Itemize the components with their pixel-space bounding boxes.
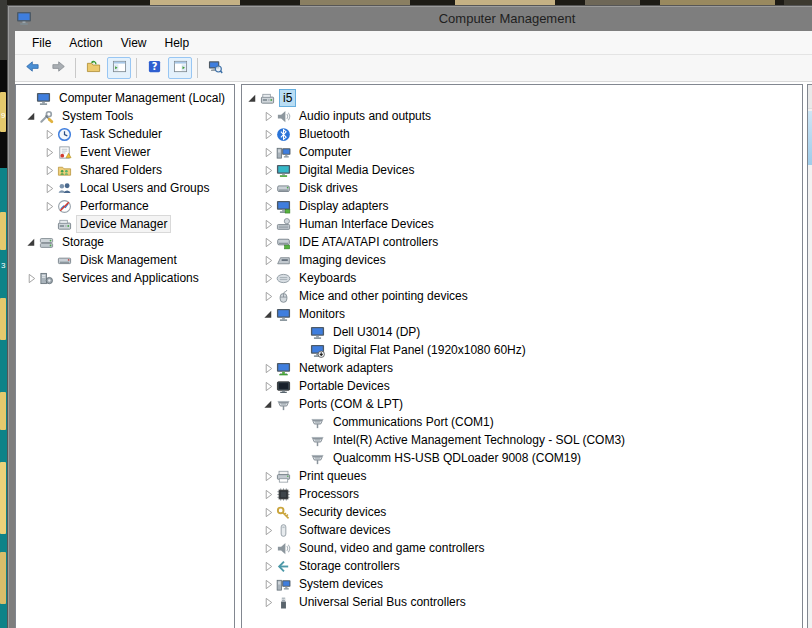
computer-icon [276, 577, 291, 592]
expand-arrow-icon[interactable] [260, 579, 276, 590]
serial-port-icon [310, 433, 325, 448]
expand-arrow-icon[interactable] [260, 147, 276, 158]
forward-button[interactable] [46, 57, 70, 79]
expand-arrow-icon[interactable] [41, 147, 57, 158]
expand-arrow-icon[interactable] [41, 165, 57, 176]
device-tree-item-keyboards[interactable]: Keyboards [242, 269, 802, 287]
device-tree-item-sound-video-and-game-controllers[interactable]: Sound, video and game controllers [242, 539, 802, 557]
expand-arrow-icon[interactable] [41, 129, 57, 140]
device-tree-item-communications-port-com1[interactable]: Communications Port (COM1) [242, 413, 802, 431]
console-tree-item-performance[interactable]: Performance [16, 197, 234, 215]
tree-item-label: Disk Management [76, 251, 181, 269]
expand-arrow-icon[interactable] [260, 165, 276, 176]
scan-hardware-button[interactable] [203, 57, 227, 79]
menu-file[interactable]: File [23, 33, 60, 53]
mouse-icon [276, 289, 291, 304]
expand-arrow-icon[interactable] [260, 363, 276, 374]
console-tree-item-shared-folders[interactable]: Shared Folders [16, 161, 234, 179]
console-tree-item-computer-management-local[interactable]: Computer Management (Local) [16, 89, 234, 107]
expand-arrow-icon[interactable] [260, 237, 276, 248]
menu-action[interactable]: Action [60, 33, 111, 53]
expand-arrow-icon[interactable] [260, 489, 276, 500]
device-tree-item-display-adapters[interactable]: Display adapters [242, 197, 802, 215]
tree-item-label: Digital Media Devices [295, 161, 418, 179]
expand-arrow-icon[interactable] [41, 201, 57, 212]
local-users-icon [57, 181, 72, 196]
device-tree-item-intel-r-active-management-technology-sol-com3[interactable]: Intel(R) Active Management Technology - … [242, 431, 802, 449]
serial-port-icon [310, 415, 325, 430]
title-bar[interactable]: Computer Management [8, 6, 812, 31]
expand-arrow-icon[interactable] [260, 183, 276, 194]
disk-management-icon [57, 253, 72, 268]
show-action-pane-toggle[interactable] [168, 57, 192, 79]
help-button[interactable]: ? [142, 57, 166, 79]
expand-arrow-icon[interactable] [260, 219, 276, 230]
device-tree-item-portable-devices[interactable]: Portable Devices [242, 377, 802, 395]
collapse-arrow-icon[interactable] [23, 237, 39, 248]
console-tree-item-system-tools[interactable]: System Tools [16, 107, 234, 125]
expand-arrow-icon[interactable] [260, 381, 276, 392]
expand-arrow-icon[interactable] [260, 201, 276, 212]
device-tree-item-ports-com-lpt[interactable]: Ports (COM & LPT) [242, 395, 802, 413]
console-tree-item-services-and-applications[interactable]: Services and Applications [16, 269, 234, 287]
device-tree-item-bluetooth[interactable]: Bluetooth [242, 125, 802, 143]
device-tree-item-imaging-devices[interactable]: Imaging devices [242, 251, 802, 269]
device-tree-item-processors[interactable]: Processors [242, 485, 802, 503]
device-tree-item-network-adapters[interactable]: Network adapters [242, 359, 802, 377]
up-one-level-button[interactable] [81, 57, 105, 79]
expand-arrow-icon[interactable] [23, 273, 39, 284]
expand-arrow-icon[interactable] [260, 291, 276, 302]
tree-item-label: Local Users and Groups [76, 179, 213, 197]
device-tree-item-computer[interactable]: Computer [242, 143, 802, 161]
console-tree-item-disk-management[interactable]: Disk Management [16, 251, 234, 269]
menu-view[interactable]: View [112, 33, 156, 53]
expand-arrow-icon[interactable] [260, 561, 276, 572]
console-tree-item-event-viewer[interactable]: Event Viewer [16, 143, 234, 161]
collapse-arrow-icon[interactable] [260, 309, 276, 320]
device-tree-item-software-devices[interactable]: Software devices [242, 521, 802, 539]
serial-port-icon [276, 397, 291, 412]
console-tree-item-task-scheduler[interactable]: Task Scheduler [16, 125, 234, 143]
device-tree-item-ide-ata-atapi-controllers[interactable]: IDE ATA/ATAPI controllers [242, 233, 802, 251]
expand-arrow-icon[interactable] [260, 273, 276, 284]
expand-arrow-icon[interactable] [260, 507, 276, 518]
tree-item-label: Keyboards [295, 269, 360, 287]
device-tree-item-disk-drives[interactable]: Disk drives [242, 179, 802, 197]
tree-item-label: Monitors [295, 305, 349, 323]
device-tree-item-digital-media-devices[interactable]: Digital Media Devices [242, 161, 802, 179]
device-tree-item-system-devices[interactable]: System devices [242, 575, 802, 593]
device-tree-item-storage-controllers[interactable]: Storage controllers [242, 557, 802, 575]
expand-arrow-icon[interactable] [260, 111, 276, 122]
expand-arrow-icon[interactable] [260, 255, 276, 266]
expand-arrow-icon[interactable] [41, 183, 57, 194]
expand-arrow-icon[interactable] [260, 129, 276, 140]
tree-item-label: Software devices [295, 521, 394, 539]
device-tree-item-universal-serial-bus-controllers[interactable]: Universal Serial Bus controllers [242, 593, 802, 611]
expand-arrow-icon[interactable] [260, 543, 276, 554]
device-tree-item-audio-inputs-and-outputs[interactable]: Audio inputs and outputs [242, 107, 802, 125]
collapse-arrow-icon[interactable] [244, 93, 260, 104]
console-tree-item-device-manager[interactable]: Device Manager [16, 215, 234, 233]
expand-arrow-icon[interactable] [260, 525, 276, 536]
console-tree-item-local-users-and-groups[interactable]: Local Users and Groups [16, 179, 234, 197]
toolbar-separator [197, 58, 198, 78]
show-console-tree-toggle[interactable] [107, 57, 131, 79]
processor-icon [276, 487, 291, 502]
expand-arrow-icon[interactable] [260, 597, 276, 608]
device-tree-item-human-interface-devices[interactable]: Human Interface Devices [242, 215, 802, 233]
menu-help[interactable]: Help [156, 33, 199, 53]
collapse-arrow-icon[interactable] [23, 111, 39, 122]
device-tree-item-print-queues[interactable]: Print queues [242, 467, 802, 485]
collapse-arrow-icon[interactable] [260, 399, 276, 410]
device-tree-item-mice-and-other-pointing-devices[interactable]: Mice and other pointing devices [242, 287, 802, 305]
console-tree-item-storage[interactable]: Storage [16, 233, 234, 251]
device-tree-item-security-devices[interactable]: Security devices [242, 503, 802, 521]
expand-arrow-icon[interactable] [260, 471, 276, 482]
device-tree-item-qualcomm-hs-usb-qdloader-9008-com19[interactable]: Qualcomm HS-USB QDLoader 9008 (COM19) [242, 449, 802, 467]
back-button[interactable] [20, 57, 44, 79]
device-tree-item-monitors[interactable]: Monitors [242, 305, 802, 323]
device-tree-item-dell-u3014-dp[interactable]: Dell U3014 (DP) [242, 323, 802, 341]
device-tree-item-i5[interactable]: i5 [242, 89, 802, 107]
device-tree-item-digital-flat-panel-1920x1080-60hz[interactable]: Digital Flat Panel (1920x1080 60Hz) [242, 341, 802, 359]
tree-item-label: Sound, video and game controllers [295, 539, 488, 557]
